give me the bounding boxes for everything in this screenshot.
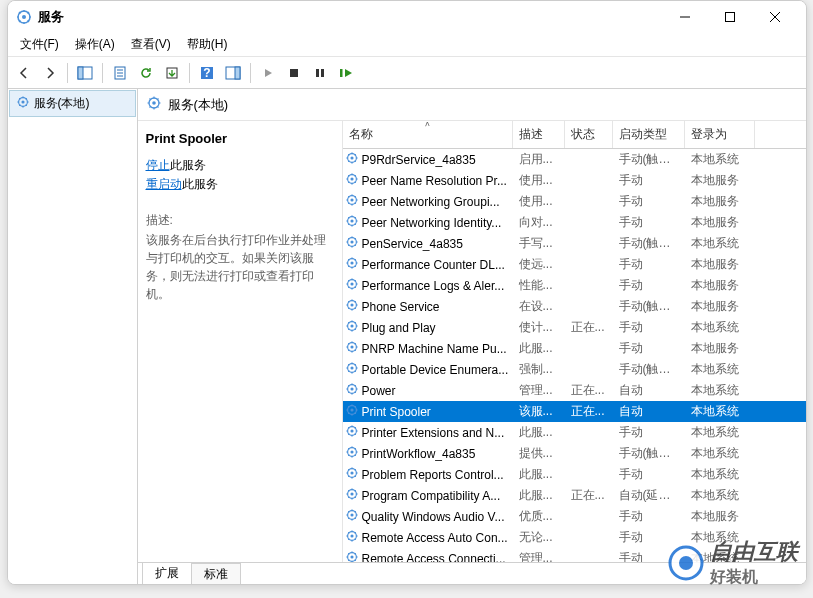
service-start-type: 手动 (613, 529, 685, 546)
service-desc: 优质... (513, 508, 565, 525)
gear-icon (345, 172, 359, 189)
forward-button[interactable] (38, 61, 62, 85)
service-row[interactable]: Print Spooler该服...正在...自动本地系统 (343, 401, 806, 422)
service-desc: 管理... (513, 382, 565, 399)
tab-extended[interactable]: 扩展 (142, 562, 192, 585)
description-label: 描述: (146, 212, 334, 229)
service-row[interactable]: Plug and Play使计...正在...手动本地系统 (343, 317, 806, 338)
gear-icon (16, 95, 30, 112)
nav-item-label: 服务(本地) (34, 95, 90, 112)
restart-service-link[interactable]: 重启动 (146, 177, 182, 191)
svg-point-20 (350, 156, 353, 159)
service-row[interactable]: Power管理...正在...自动本地系统 (343, 380, 806, 401)
service-logon: 本地系统 (685, 550, 755, 562)
service-desc: 手写... (513, 235, 565, 252)
service-row[interactable]: PrintWorkflow_4a835提供...手动(触发...本地系统 (343, 443, 806, 464)
service-name: Phone Service (362, 300, 440, 314)
service-desc: 此服... (513, 340, 565, 357)
minimize-button[interactable] (663, 2, 708, 32)
show-hide-tree-button[interactable] (73, 61, 97, 85)
svg-point-24 (350, 198, 353, 201)
service-row[interactable]: Printer Extensions and N...此服...手动本地系统 (343, 422, 806, 443)
refresh-button[interactable] (134, 61, 158, 85)
svg-point-42 (350, 387, 353, 390)
service-desc: 该服... (513, 403, 565, 420)
service-row[interactable]: Peer Name Resolution Pr...使用...手动本地服务 (343, 170, 806, 191)
service-start-type: 手动 (613, 193, 685, 210)
service-logon: 本地系统 (685, 361, 755, 378)
service-desc: 使计... (513, 319, 565, 336)
service-row[interactable]: Problem Reports Control...此服...手动本地系统 (343, 464, 806, 485)
menu-file[interactable]: 文件(F) (12, 33, 67, 56)
stop-service-link[interactable]: 停止 (146, 158, 170, 172)
service-row[interactable]: Performance Logs & Aler...性能...手动本地服务 (343, 275, 806, 296)
service-desc: 管理... (513, 550, 565, 562)
service-desc: 此服... (513, 424, 565, 441)
service-start-type: 手动(触发... (613, 298, 685, 315)
service-logon: 本地系统 (685, 382, 755, 399)
service-row[interactable]: Phone Service在设...手动(触发...本地服务 (343, 296, 806, 317)
service-row[interactable]: Portable Device Enumera...强制...手动(触发...本… (343, 359, 806, 380)
column-startup-type[interactable]: 启动类型 (613, 121, 685, 148)
service-start-type: 手动 (613, 550, 685, 562)
gear-icon (345, 298, 359, 315)
gear-icon (345, 235, 359, 252)
close-button[interactable] (753, 2, 798, 32)
tab-standard[interactable]: 标准 (191, 563, 241, 585)
export-list-button[interactable] (160, 61, 184, 85)
start-service-button[interactable] (256, 61, 280, 85)
service-logon: 本地服务 (685, 193, 755, 210)
service-logon: 本地系统 (685, 487, 755, 504)
maximize-button[interactable] (708, 2, 753, 32)
service-row[interactable]: PenService_4a835手写...手动(触发...本地系统 (343, 233, 806, 254)
gear-icon (345, 508, 359, 525)
gear-icon (345, 487, 359, 504)
service-row[interactable]: Remote Access Connecti...管理...手动本地系统 (343, 548, 806, 562)
gear-icon (345, 256, 359, 273)
service-name: Print Spooler (362, 405, 431, 419)
service-desc: 在设... (513, 298, 565, 315)
service-row[interactable]: Quality Windows Audio V...优质...手动本地服务 (343, 506, 806, 527)
service-name: Plug and Play (362, 321, 436, 335)
svg-point-46 (350, 429, 353, 432)
restart-service-button[interactable] (334, 61, 358, 85)
menu-view[interactable]: 查看(V) (123, 33, 179, 56)
list-pane: 名称 描述 状态 启动类型 登录为 P9RdrService_4a835启用..… (343, 121, 806, 562)
pause-service-button[interactable] (308, 61, 332, 85)
help-button[interactable]: ? (195, 61, 219, 85)
menu-action[interactable]: 操作(A) (67, 33, 123, 56)
properties-button[interactable] (108, 61, 132, 85)
service-name: Quality Windows Audio V... (362, 510, 505, 524)
action-pane-button[interactable] (221, 61, 245, 85)
service-row[interactable]: Peer Networking Identity...向对...手动本地服务 (343, 212, 806, 233)
selected-service-title: Print Spooler (146, 131, 334, 146)
service-name: PenService_4a835 (362, 237, 463, 251)
service-row[interactable]: Peer Networking Groupi...使用...手动本地服务 (343, 191, 806, 212)
menu-help[interactable]: 帮助(H) (179, 33, 236, 56)
service-desc: 性能... (513, 277, 565, 294)
service-row[interactable]: PNRP Machine Name Pu...此服...手动本地服务 (343, 338, 806, 359)
column-description[interactable]: 描述 (513, 121, 565, 148)
service-row[interactable]: Performance Counter DL...使远...手动本地服务 (343, 254, 806, 275)
column-status[interactable]: 状态 (565, 121, 613, 148)
column-name[interactable]: 名称 (343, 121, 513, 148)
gear-icon (345, 319, 359, 336)
service-status: 正在... (565, 382, 613, 399)
menu-bar: 文件(F) 操作(A) 查看(V) 帮助(H) (8, 33, 806, 57)
service-row[interactable]: P9RdrService_4a835启用...手动(触发...本地系统 (343, 149, 806, 170)
nav-services-local[interactable]: 服务(本地) (9, 90, 136, 117)
title-bar[interactable]: 服务 (8, 1, 806, 33)
service-desc: 此服... (513, 466, 565, 483)
service-name: Performance Logs & Aler... (362, 279, 505, 293)
back-button[interactable] (12, 61, 36, 85)
column-logon-as[interactable]: 登录为 (685, 121, 755, 148)
service-row[interactable]: Remote Access Auto Con...无论...手动本地系统 (343, 527, 806, 548)
service-start-type: 手动 (613, 277, 685, 294)
stop-service-button[interactable] (282, 61, 306, 85)
service-start-type: 手动(触发... (613, 445, 685, 462)
service-list[interactable]: P9RdrService_4a835启用...手动(触发...本地系统Peer … (343, 149, 806, 562)
service-row[interactable]: Program Compatibility A...此服...正在...自动(延… (343, 485, 806, 506)
service-start-type: 手动 (613, 508, 685, 525)
gear-icon (345, 151, 359, 168)
gear-icon (345, 424, 359, 441)
